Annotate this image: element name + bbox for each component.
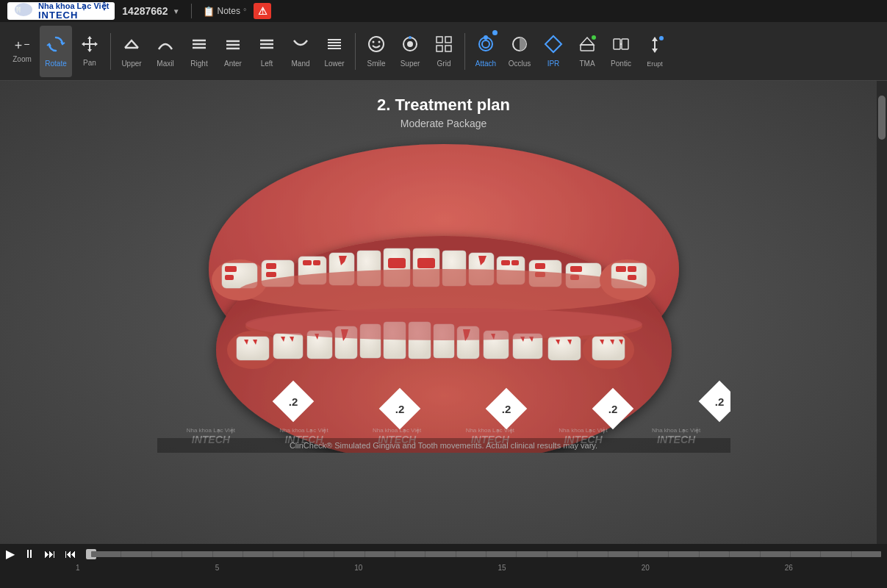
- svg-marker-45: [652, 49, 658, 53]
- svg-rect-82: [628, 275, 636, 280]
- treatment-title: 2. Treatment plan Moderate Package: [377, 96, 510, 129]
- smile-label: Smile: [367, 60, 385, 68]
- notes-icon: 📋: [203, 6, 215, 17]
- occlus-icon: [510, 35, 529, 57]
- svg-rect-41: [622, 39, 628, 49]
- treatment-plan-heading: 2. Treatment plan: [377, 96, 510, 115]
- svg-marker-36: [545, 36, 561, 52]
- zoom-tool[interactable]: +− Zoom: [6, 26, 38, 77]
- pan-tool[interactable]: Pan: [73, 26, 106, 77]
- left-label: Left: [261, 60, 273, 68]
- erupt-label: Erupt: [647, 60, 663, 68]
- watermark-small-2: Nha khoa Lạc Việt: [279, 427, 328, 434]
- svg-point-22: [369, 37, 384, 51]
- step-forward-button[interactable]: ⏭: [44, 548, 56, 561]
- watermark-small-3: Nha khoa Lạc Việt: [373, 427, 421, 434]
- play-button[interactable]: ▶: [6, 547, 15, 561]
- watermark-small-5: Nha khoa Lạc Việt: [559, 427, 607, 434]
- svg-marker-7: [95, 42, 98, 46]
- maxil-tool[interactable]: Maxil: [149, 26, 182, 77]
- svg-rect-65: [417, 258, 435, 268]
- tma-icon: [578, 35, 597, 57]
- svg-text:.2: .2: [501, 403, 511, 415]
- svg-rect-37: [581, 45, 594, 51]
- svg-marker-6: [82, 42, 85, 46]
- occlus-tool[interactable]: Occlus: [503, 26, 536, 77]
- svg-rect-89: [273, 334, 303, 359]
- lower-tool[interactable]: Lower: [318, 26, 351, 77]
- toolbar-divider: [191, 4, 192, 18]
- right-label: Right: [190, 60, 207, 68]
- svg-point-24: [378, 41, 381, 43]
- svg-rect-80: [616, 266, 626, 272]
- patient-id[interactable]: 14287662 ▼: [122, 5, 179, 17]
- svg-rect-63: [388, 258, 406, 268]
- step-num-20: 20: [642, 564, 650, 572]
- svg-point-33: [482, 40, 489, 48]
- step-back-button[interactable]: ⏮: [65, 548, 76, 561]
- svg-point-23: [373, 41, 375, 43]
- patient-dropdown-arrow[interactable]: ▼: [173, 7, 180, 15]
- treatment-plan-subtitle: Moderate Package: [377, 118, 510, 129]
- svg-rect-76: [570, 266, 582, 272]
- smile-tool[interactable]: Smile: [360, 26, 392, 77]
- tma-label: TMA: [579, 60, 595, 68]
- upper-label: Upper: [121, 60, 141, 68]
- svg-rect-52: [225, 275, 234, 280]
- pontic-tool[interactable]: Pontic: [605, 26, 637, 77]
- pause-button[interactable]: ⏸: [24, 548, 35, 561]
- svg-rect-57: [303, 260, 312, 265]
- anter-label: Anter: [224, 60, 242, 68]
- toolbar-divider-3: [464, 33, 465, 70]
- pontic-label: Pontic: [611, 60, 631, 68]
- step-num-10: 10: [354, 564, 362, 572]
- step-num-26: 26: [785, 564, 793, 572]
- attach-tool[interactable]: Attach: [470, 26, 502, 77]
- svg-rect-29: [445, 37, 451, 43]
- svg-rect-51: [225, 266, 237, 272]
- toolbar-divider-2: [355, 33, 356, 70]
- scroll-thumb[interactable]: [878, 96, 886, 140]
- maxil-label: Maxil: [157, 60, 173, 68]
- grid-tool[interactable]: Grid: [428, 26, 460, 77]
- viewport: 2. Treatment plan Moderate Package: [0, 81, 887, 544]
- step-num-15: 15: [498, 564, 506, 572]
- upper-icon: [122, 35, 141, 57]
- right-scrollbar[interactable]: [877, 81, 887, 544]
- svg-rect-28: [437, 37, 442, 43]
- left-tool[interactable]: Left: [251, 26, 283, 77]
- svg-marker-5: [87, 49, 92, 52]
- right-tool[interactable]: Right: [183, 26, 215, 77]
- ipr-label: IPR: [547, 60, 560, 68]
- svg-rect-55: [266, 272, 276, 277]
- svg-rect-31: [445, 46, 451, 51]
- super-tool[interactable]: Super: [394, 26, 426, 77]
- tma-tool[interactable]: TMA: [571, 26, 603, 77]
- mand-tool[interactable]: Mand: [284, 26, 317, 77]
- pan-label: Pan: [83, 59, 96, 67]
- svg-marker-38: [581, 37, 594, 45]
- erupt-tool[interactable]: Erupt: [639, 26, 671, 77]
- notes-button[interactable]: 📋 Notes °: [203, 6, 247, 17]
- upper-tool[interactable]: Upper: [115, 26, 148, 77]
- step-num-5: 5: [215, 564, 220, 572]
- grid-label: Grid: [437, 60, 451, 68]
- dental-model: .2 .2 .2 .2 .2: [157, 137, 730, 453]
- ipr-icon: [544, 35, 563, 57]
- svg-rect-40: [614, 39, 620, 49]
- notes-dot: °: [243, 7, 246, 15]
- top-bar: 🦷 Nha khoa Lạc Việt INTECH 14287662 ▼ 📋 …: [0, 0, 887, 22]
- svg-point-34: [484, 35, 488, 40]
- alert-button[interactable]: ⚠: [254, 3, 271, 19]
- rotate-label: Rotate: [45, 60, 66, 68]
- svg-text:🦷: 🦷: [15, 6, 22, 13]
- super-icon: [401, 35, 420, 57]
- dental-3d-view: .2 .2 .2 .2 .2: [157, 137, 730, 453]
- anter-tool[interactable]: Anter: [217, 26, 249, 77]
- grid-icon: [434, 35, 453, 57]
- ipr-tool[interactable]: IPR: [537, 26, 570, 77]
- logo-icon: 🦷: [13, 1, 34, 18]
- svg-point-39: [592, 35, 596, 40]
- rotate-tool[interactable]: Rotate: [40, 26, 72, 77]
- timeline-track[interactable]: [91, 551, 881, 557]
